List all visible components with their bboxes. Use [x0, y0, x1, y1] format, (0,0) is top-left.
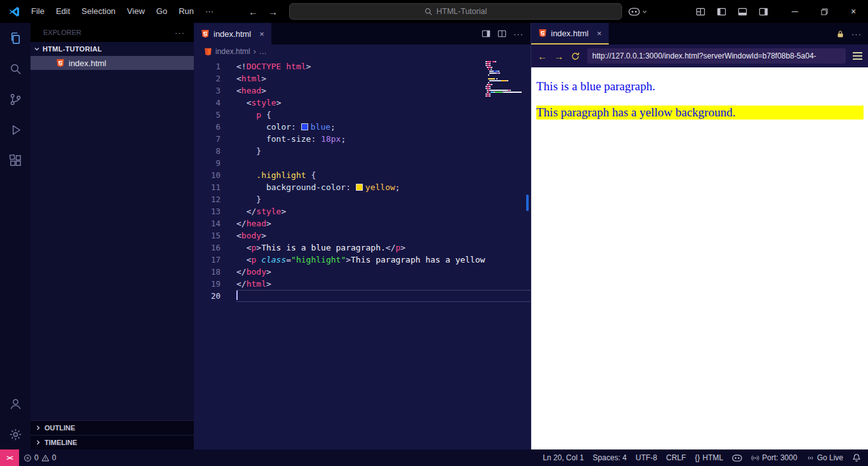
code-line-17[interactable]: 17 <p class="highlight">This paragraph h… — [194, 254, 531, 266]
search-text: HTML-Tutorial — [437, 7, 487, 16]
toggle-primary-sidebar-icon[interactable] — [713, 3, 729, 20]
breadcrumb[interactable]: index.html › … — [194, 45, 531, 58]
minimap[interactable] — [485, 61, 522, 99]
menu-edit[interactable]: Edit — [50, 0, 76, 23]
tab-close-icon[interactable]: × — [597, 29, 602, 38]
code-line-8[interactable]: 8 } — [194, 145, 531, 157]
chevron-right-icon: › — [254, 47, 256, 56]
code-line-11[interactable]: 11 background-color: yellow; — [194, 181, 531, 193]
chevron-right-icon — [35, 425, 41, 431]
outline-section-header[interactable]: OUTLINE — [31, 420, 194, 435]
more-actions-icon[interactable]: ··· — [851, 29, 862, 39]
more-actions-icon[interactable]: ··· — [513, 29, 524, 39]
code-line-19[interactable]: 19</html> — [194, 278, 531, 290]
editor-scrollbar-thumb[interactable] — [526, 195, 529, 211]
timeline-section-header[interactable]: TIMELINE — [31, 435, 194, 449]
menu-file[interactable]: File — [25, 0, 50, 23]
chevron-down-icon — [642, 9, 648, 15]
copilot-menu-button[interactable] — [628, 8, 648, 16]
code-line-3[interactable]: 3<head> — [194, 85, 531, 97]
menu-run[interactable]: Run — [173, 0, 200, 23]
history-back-icon[interactable]: ← — [248, 6, 258, 17]
remote-indicator[interactable]: >< — [0, 449, 19, 466]
explorer-sidebar: EXPLORER ··· HTML-TUTORIAL index.html — [31, 23, 194, 449]
extensions-activity-icon[interactable] — [0, 145, 31, 175]
html-file-icon — [56, 58, 65, 67]
window-restore-button[interactable] — [810, 0, 839, 23]
menu-bar: File Edit Selection View Go Run ··· — [25, 0, 219, 23]
tab-close-icon[interactable]: × — [259, 29, 264, 39]
code-line-10[interactable]: 10 .highlight { — [194, 169, 531, 181]
browser-toolbar: ← → http://127.0.0.1:3000/index.html?ser… — [531, 45, 868, 67]
html-file-icon — [538, 29, 547, 38]
menu-more-icon[interactable]: ··· — [200, 0, 219, 23]
browser-page: This is a blue paragraph. This paragraph… — [531, 67, 868, 449]
browser-url-input[interactable]: http://127.0.0.1:3000/index.html?serverW… — [587, 48, 846, 64]
code-line-18[interactable]: 18</body> — [194, 266, 531, 278]
tab-index-html[interactable]: index.html × — [194, 23, 271, 45]
error-icon — [24, 454, 32, 462]
chevron-down-icon — [34, 46, 40, 52]
eol-status[interactable]: CRLF — [661, 453, 690, 462]
copilot-status-icon[interactable] — [728, 455, 747, 462]
go-live-button[interactable]: Go Live — [802, 453, 848, 462]
window-close-button[interactable]: × — [839, 0, 868, 23]
editor-layout-icon[interactable] — [482, 29, 491, 38]
code-line-20[interactable]: 20 — [194, 290, 531, 302]
split-editor-icon[interactable] — [498, 29, 506, 38]
browser-back-icon[interactable]: ← — [538, 51, 547, 62]
code-line-2[interactable]: 2<html> — [194, 72, 531, 85]
language-mode-status[interactable]: {} HTML — [691, 453, 728, 462]
code-line-13[interactable]: 13 </style> — [194, 205, 531, 217]
menu-view[interactable]: View — [121, 0, 151, 23]
run-debug-activity-icon[interactable] — [0, 114, 31, 145]
code-line-12[interactable]: 12 } — [194, 193, 531, 205]
notifications-bell-icon[interactable] — [848, 453, 865, 462]
cursor-position-status[interactable]: Ln 20, Col 1 — [538, 453, 588, 462]
browser-menu-icon[interactable] — [853, 52, 862, 60]
code-line-1[interactable]: 1<!DOCTYPE html> — [194, 60, 531, 72]
encoding-status[interactable]: UTF-8 — [631, 453, 661, 462]
editor-tab-bar: index.html × ··· — [194, 23, 531, 45]
browser-forward-icon[interactable]: → — [554, 51, 564, 62]
window-minimize-button[interactable]: ─ — [780, 0, 810, 23]
code-line-14[interactable]: 14</head> — [194, 217, 531, 230]
broadcast-icon — [806, 454, 815, 462]
code-line-16[interactable]: 16 <p>This is a blue paragraph.</p> — [194, 242, 531, 254]
title-bar: File Edit Selection View Go Run ··· ← → … — [0, 0, 868, 23]
explorer-more-actions-icon[interactable]: ··· — [175, 28, 185, 38]
folder-header-html-tutorial[interactable]: HTML-TUTORIAL — [31, 42, 194, 56]
code-line-9[interactable]: 9 — [194, 157, 531, 169]
tab-preview-index-html[interactable]: index.html × — [531, 23, 609, 45]
code-line-5[interactable]: 5 p { — [194, 109, 531, 121]
source-control-activity-icon[interactable] — [0, 84, 31, 114]
menu-selection[interactable]: Selection — [76, 0, 121, 23]
lock-icon[interactable] — [836, 30, 844, 38]
copilot-icon — [628, 8, 640, 16]
code-line-15[interactable]: 15<body> — [194, 230, 531, 242]
settings-gear-icon[interactable] — [0, 419, 31, 449]
command-center-search[interactable]: HTML-Tutorial — [289, 3, 622, 20]
toggle-panel-icon[interactable] — [734, 3, 750, 20]
code-line-4[interactable]: 4 <style> — [194, 97, 531, 109]
warning-icon — [41, 454, 50, 462]
menu-go[interactable]: Go — [151, 0, 173, 23]
customize-layout-icon[interactable] — [692, 3, 709, 20]
account-icon[interactable] — [0, 388, 31, 419]
search-activity-icon[interactable] — [0, 53, 31, 84]
problems-status[interactable]: 0 0 — [19, 453, 60, 462]
history-forward-icon[interactable]: → — [268, 6, 278, 17]
toggle-secondary-sidebar-icon[interactable] — [755, 3, 771, 20]
port-status[interactable]: Port: 3000 — [747, 453, 801, 462]
explorer-title: EXPLORER — [43, 29, 81, 36]
code-line-7[interactable]: 7 font-size: 18px; — [194, 133, 531, 145]
file-item-index-html[interactable]: index.html — [31, 56, 194, 70]
code-line-6[interactable]: 6 color: blue; — [194, 121, 531, 133]
html-file-icon — [201, 29, 210, 38]
broadcast-icon — [751, 454, 759, 462]
vscode-window: File Edit Selection View Go Run ··· ← → … — [0, 0, 868, 466]
browser-reload-icon[interactable] — [571, 51, 580, 61]
code-editor[interactable]: 1<!DOCTYPE html>2<html>3<head>4 <style>5… — [194, 58, 531, 449]
indentation-status[interactable]: Spaces: 4 — [588, 453, 631, 462]
explorer-activity-icon[interactable] — [0, 23, 31, 53]
